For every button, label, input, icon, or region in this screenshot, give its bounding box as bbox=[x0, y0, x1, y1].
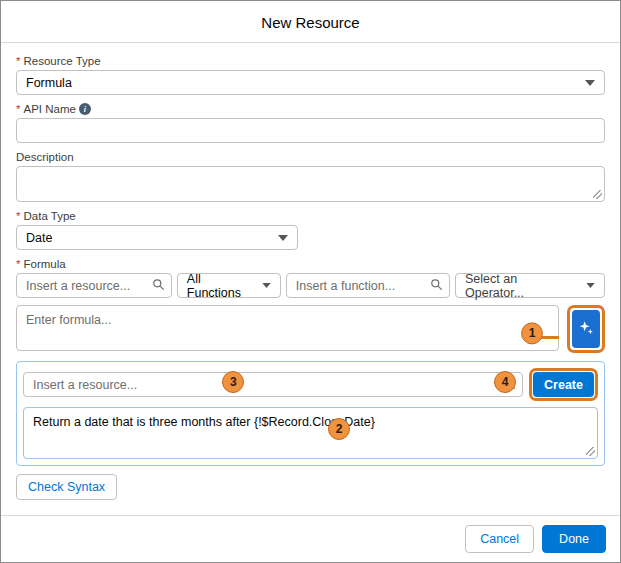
operator-dropdown[interactable]: Select an Operator... bbox=[455, 273, 605, 298]
data-type-value: Date bbox=[26, 231, 52, 245]
modal-header: New Resource bbox=[1, 1, 620, 43]
resource-type-value: Formula bbox=[26, 76, 72, 90]
annotation-step-4: 4 bbox=[494, 371, 516, 393]
api-name-input[interactable] bbox=[16, 118, 605, 143]
ai-prompt-panel: Create Return a date that is three month… bbox=[16, 361, 605, 466]
formula-editor-row: Enter formula... 1 bbox=[16, 305, 605, 353]
annotation-step-1: 1 bbox=[521, 322, 543, 344]
modal-footer: Cancel Done bbox=[1, 515, 620, 562]
new-resource-modal: New Resource *Resource Type Formula *API… bbox=[0, 0, 621, 563]
resource-search bbox=[16, 273, 172, 298]
api-name-label-text: API Name bbox=[23, 103, 75, 115]
chevron-down-icon bbox=[586, 283, 595, 288]
modal-title: New Resource bbox=[17, 14, 604, 31]
annotation-highlight-sparkle bbox=[567, 305, 605, 353]
search-icon bbox=[430, 277, 443, 295]
resource-search-input[interactable] bbox=[16, 273, 172, 298]
formula-toolbar: All Functions Select an Operator... bbox=[16, 273, 605, 298]
description-textarea[interactable] bbox=[16, 166, 605, 202]
info-icon[interactable]: i bbox=[79, 103, 91, 115]
description-label: Description bbox=[16, 151, 605, 163]
einstein-sparkle-button[interactable] bbox=[572, 310, 600, 348]
chevron-down-icon bbox=[278, 235, 288, 241]
ai-resource-search-input[interactable] bbox=[23, 372, 523, 397]
ai-prompt-text: Return a date that is three months after… bbox=[33, 415, 375, 429]
resource-type-select[interactable]: Formula bbox=[16, 70, 605, 95]
ai-resource-search bbox=[23, 372, 523, 397]
search-icon bbox=[152, 277, 165, 295]
resize-handle-icon[interactable] bbox=[586, 447, 595, 456]
required-marker: * bbox=[16, 258, 20, 270]
sparkle-icon bbox=[578, 320, 594, 339]
resize-handle-icon[interactable] bbox=[593, 190, 602, 199]
chevron-down-icon bbox=[262, 283, 271, 288]
operator-value: Select an Operator... bbox=[465, 272, 578, 300]
ai-prompt-textarea[interactable]: Return a date that is three months after… bbox=[23, 407, 598, 459]
resource-type-label-text: Resource Type bbox=[23, 55, 100, 67]
formula-editor[interactable]: Enter formula... bbox=[16, 305, 559, 351]
annotation-arrow bbox=[541, 336, 559, 339]
create-button[interactable]: Create bbox=[533, 372, 594, 397]
formula-label: *Formula bbox=[16, 258, 605, 270]
data-type-select[interactable]: Date bbox=[16, 225, 298, 250]
modal-body: *Resource Type Formula *API Name i Descr… bbox=[1, 43, 620, 515]
formula-label-text: Formula bbox=[23, 258, 65, 270]
function-search-input[interactable] bbox=[286, 273, 450, 298]
data-type-label-text: Data Type bbox=[23, 210, 75, 222]
required-marker: * bbox=[16, 103, 20, 115]
data-type-label: *Data Type bbox=[16, 210, 605, 222]
annotation-highlight-create: Create bbox=[529, 368, 598, 401]
all-functions-value: All Functions bbox=[187, 272, 254, 300]
done-button[interactable]: Done bbox=[542, 525, 606, 553]
annotation-step-2: 2 bbox=[328, 418, 350, 440]
all-functions-dropdown[interactable]: All Functions bbox=[177, 273, 281, 298]
required-marker: * bbox=[16, 210, 20, 222]
chevron-down-icon bbox=[585, 80, 595, 86]
check-syntax-button[interactable]: Check Syntax bbox=[16, 474, 117, 500]
description-label-text: Description bbox=[16, 151, 74, 163]
resource-type-label: *Resource Type bbox=[16, 55, 605, 67]
formula-editor-placeholder: Enter formula... bbox=[26, 313, 111, 327]
required-marker: * bbox=[16, 55, 20, 67]
api-name-label: *API Name i bbox=[16, 103, 605, 115]
function-search bbox=[286, 273, 450, 298]
cancel-button[interactable]: Cancel bbox=[465, 525, 534, 553]
